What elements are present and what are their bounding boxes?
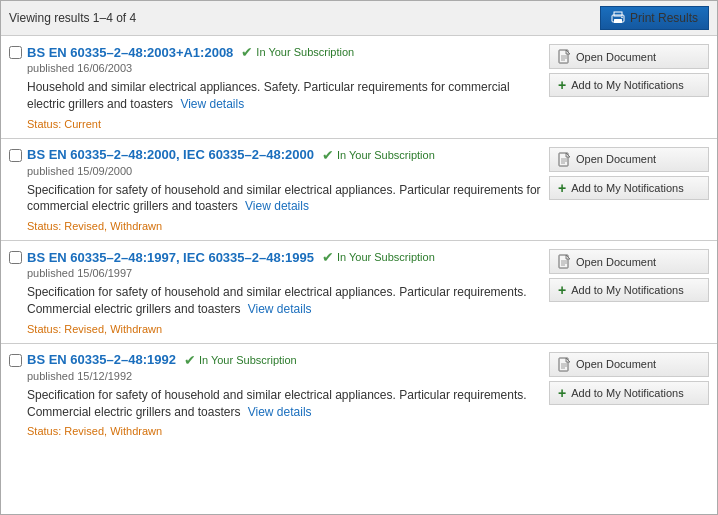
view-details-link[interactable]: View details (248, 405, 312, 419)
actions-column: Open Document + Add to My Notifications (549, 44, 709, 97)
row-checkbox-col (9, 44, 27, 62)
status-badge: Status: Revised, Withdrawn (27, 220, 162, 232)
add-notifications-button[interactable]: + Add to My Notifications (549, 278, 709, 302)
select-checkbox[interactable] (9, 354, 22, 367)
header-bar: Viewing results 1–4 of 4 Print Results (1, 1, 717, 36)
table-row: BS EN 60335–2–48:1997, IEC 60335–2–48:19… (1, 241, 717, 344)
document-icon (558, 357, 571, 372)
results-list: BS EN 60335–2–48:2003+A1:2008 ✔ In Your … (1, 36, 717, 445)
subscription-badge: ✔ In Your Subscription (184, 352, 297, 368)
subscription-text: In Your Subscription (337, 251, 435, 263)
table-row: BS EN 60335–2–48:2003+A1:2008 ✔ In Your … (1, 36, 717, 139)
checkmark-icon: ✔ (322, 147, 334, 163)
published-date: published 15/09/2000 (27, 165, 541, 177)
open-document-button[interactable]: Open Document (549, 352, 709, 377)
open-document-button[interactable]: Open Document (549, 249, 709, 274)
plus-icon: + (558, 386, 566, 400)
result-main-content: BS EN 60335–2–48:1997, IEC 60335–2–48:19… (27, 249, 549, 335)
plus-icon: + (558, 78, 566, 92)
document-icon (558, 152, 571, 167)
select-checkbox[interactable] (9, 46, 22, 59)
svg-point-3 (621, 17, 623, 19)
open-document-label: Open Document (576, 153, 656, 165)
open-document-label: Open Document (576, 51, 656, 63)
add-notifications-button[interactable]: + Add to My Notifications (549, 176, 709, 200)
status-badge: Status: Revised, Withdrawn (27, 425, 162, 437)
plus-icon: + (558, 181, 566, 195)
add-notifications-button[interactable]: + Add to My Notifications (549, 381, 709, 405)
open-document-label: Open Document (576, 358, 656, 370)
title-line: BS EN 60335–2–48:2000, IEC 60335–2–48:20… (27, 147, 541, 163)
status-line: Status: Revised, Withdrawn (27, 220, 541, 232)
subscription-text: In Your Subscription (337, 149, 435, 161)
add-notifications-label: Add to My Notifications (571, 79, 684, 91)
view-details-link[interactable]: View details (245, 199, 309, 213)
subscription-text: In Your Subscription (199, 354, 297, 366)
actions-column: Open Document + Add to My Notifications (549, 249, 709, 302)
add-notifications-label: Add to My Notifications (571, 387, 684, 399)
subscription-text: In Your Subscription (256, 46, 354, 58)
document-title[interactable]: BS EN 60335–2–48:2003+A1:2008 (27, 45, 233, 60)
document-icon (558, 254, 571, 269)
published-date: published 16/06/2003 (27, 62, 541, 74)
select-checkbox[interactable] (9, 251, 22, 264)
published-date: published 15/12/1992 (27, 370, 541, 382)
open-document-button[interactable]: Open Document (549, 44, 709, 69)
add-notifications-button[interactable]: + Add to My Notifications (549, 73, 709, 97)
document-icon (558, 49, 571, 64)
add-notifications-label: Add to My Notifications (571, 182, 684, 194)
print-button-label: Print Results (630, 11, 698, 25)
title-line: BS EN 60335–2–48:1997, IEC 60335–2–48:19… (27, 249, 541, 265)
view-details-link[interactable]: View details (180, 97, 244, 111)
title-line: BS EN 60335–2–48:2003+A1:2008 ✔ In Your … (27, 44, 541, 60)
published-date: published 15/06/1997 (27, 267, 541, 279)
row-checkbox-col (9, 147, 27, 165)
results-count-text: Viewing results 1–4 of 4 (9, 11, 136, 25)
add-notifications-label: Add to My Notifications (571, 284, 684, 296)
table-row: BS EN 60335–2–48:1992 ✔ In Your Subscrip… (1, 344, 717, 446)
print-results-button[interactable]: Print Results (600, 6, 709, 30)
result-main-content: BS EN 60335–2–48:2000, IEC 60335–2–48:20… (27, 147, 549, 233)
title-line: BS EN 60335–2–48:1992 ✔ In Your Subscrip… (27, 352, 541, 368)
document-description: Household and similar electrical applian… (27, 79, 541, 113)
status-line: Status: Current (27, 118, 541, 130)
open-document-label: Open Document (576, 256, 656, 268)
row-checkbox-col (9, 249, 27, 267)
view-details-link[interactable]: View details (248, 302, 312, 316)
subscription-badge: ✔ In Your Subscription (241, 44, 354, 60)
subscription-badge: ✔ In Your Subscription (322, 147, 435, 163)
row-checkbox-col (9, 352, 27, 370)
document-description: Specification for safety of household an… (27, 387, 541, 421)
document-title[interactable]: BS EN 60335–2–48:1997, IEC 60335–2–48:19… (27, 250, 314, 265)
document-description: Specification for safety of household an… (27, 182, 541, 216)
status-line: Status: Revised, Withdrawn (27, 425, 541, 437)
actions-column: Open Document + Add to My Notifications (549, 352, 709, 405)
checkmark-icon: ✔ (322, 249, 334, 265)
open-document-button[interactable]: Open Document (549, 147, 709, 172)
actions-column: Open Document + Add to My Notifications (549, 147, 709, 200)
document-description: Specification for safety of household an… (27, 284, 541, 318)
checkmark-icon: ✔ (184, 352, 196, 368)
status-line: Status: Revised, Withdrawn (27, 323, 541, 335)
printer-icon (611, 11, 625, 25)
checkmark-icon: ✔ (241, 44, 253, 60)
plus-icon: + (558, 283, 566, 297)
result-main-content: BS EN 60335–2–48:1992 ✔ In Your Subscrip… (27, 352, 549, 438)
table-row: BS EN 60335–2–48:2000, IEC 60335–2–48:20… (1, 139, 717, 242)
select-checkbox[interactable] (9, 149, 22, 162)
status-badge: Status: Revised, Withdrawn (27, 323, 162, 335)
status-badge: Status: Current (27, 118, 101, 130)
result-main-content: BS EN 60335–2–48:2003+A1:2008 ✔ In Your … (27, 44, 549, 130)
document-title[interactable]: BS EN 60335–2–48:2000, IEC 60335–2–48:20… (27, 147, 314, 162)
document-title[interactable]: BS EN 60335–2–48:1992 (27, 352, 176, 367)
subscription-badge: ✔ In Your Subscription (322, 249, 435, 265)
svg-rect-1 (614, 19, 622, 23)
